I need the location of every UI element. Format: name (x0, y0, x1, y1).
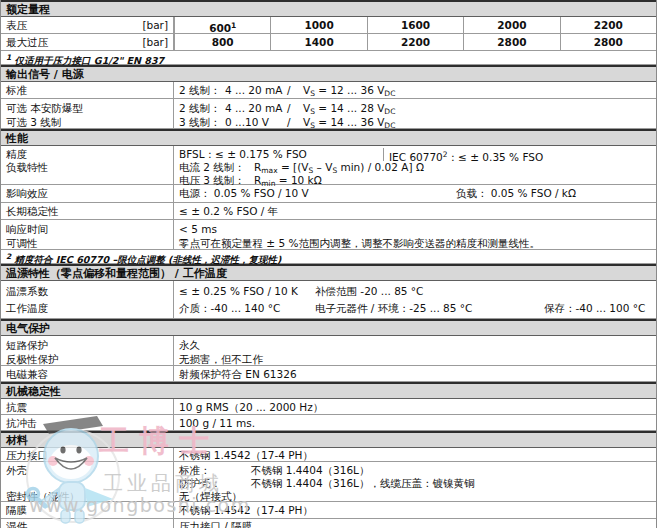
row-value-cell: 永久 无损害，但不工作 (174, 336, 656, 365)
row-label: 表压 (6, 19, 27, 32)
footnote-text: 精度符合 IEC 60770 –限位点调整 (非线性，迟滞性，复现性) (15, 254, 282, 265)
row-label-cell: 电磁兼容 (1, 366, 174, 381)
row-label-cell: 外壳 密封件（湿件） (1, 462, 174, 501)
row-label-cell: 压力接口 (1, 448, 174, 461)
footnote-text: 仅适用于压力接口 G1/2" EN 837 (15, 55, 165, 66)
row-label-cell: 最大过压 [bar] (1, 34, 174, 50)
row-value-cell: BFSL：≤ ± 0.175 % FSO IEC 607702：≤ ± 0.35… (174, 146, 656, 184)
unit-label: [bar] (142, 19, 168, 32)
row-label: 最大过压 (6, 36, 48, 49)
row-influence-effects: 影响效应 电源： 0.05 % FSO / 10 V负载： 0.05 % FSO… (1, 185, 656, 203)
row-label-cell: 湿件 (1, 519, 174, 528)
row-value-cell: 不锈钢 1.4542（17-4 PH） (174, 448, 656, 461)
row-diaphragm: 隔膜 不锈钢 1.4542（17-4 PH） (1, 502, 656, 519)
row-value-cell: < 5 ms 零点可在额定量程 ± 5 %范围内调整，调整不影响变送器的精度和测… (174, 220, 656, 249)
section-header-mechanical: 机械稳定性 (1, 382, 656, 399)
row-value-cell: 射频保护符合 EN 61326 (174, 366, 656, 381)
section-header-output-signal: 输出信号 / 电源 (1, 65, 656, 82)
value-cell: 1400 (270, 34, 366, 50)
row-label-cell: 抗震 (1, 399, 174, 414)
row-thermal-block: 温漂系数 工作温度 ≤ ± 0.25 % FSO / 10 K补偿范围 -20 … (1, 281, 656, 319)
unit-label: [bar] (142, 36, 168, 49)
load-current: 电流 2 线制：Rmax = [(VS – VS min) / 0.02 A] … (179, 161, 656, 174)
row-emc: 电磁兼容 射频保护符合 EN 61326 (1, 366, 656, 382)
row-label-cell: 抗冲击 (1, 415, 174, 430)
value-cell: 1600 (367, 17, 463, 33)
row-label-cell: 影响效应 (1, 185, 174, 202)
row-shock: 抗冲击 100 g / 11 ms. (1, 415, 656, 431)
footnote-marker: 2 (6, 252, 11, 261)
row-long-term-stability: 长期稳定性 ≤ ± 0.2 % FSO / 年 (1, 203, 656, 220)
value-cell: 2200 (560, 17, 656, 33)
row-max-overpressure: 最大过压 [bar] 800 1400 2200 2800 2800 (1, 34, 656, 51)
section-header-rated-range: 额定量程 (1, 0, 656, 17)
value-cell: 2000 (463, 17, 559, 33)
row-value-cell: 不锈钢 1.4542（17-4 PH） (174, 502, 656, 518)
row-value-cell: 10 g RMS（20 ... 2000 Hz） (174, 399, 656, 414)
value-cell: 2800 (463, 34, 559, 50)
row-label-cell: 短路保护 反极性保护 (1, 336, 174, 365)
section-header-performance: 性能 (1, 129, 656, 146)
footnote-marker: 1 (6, 53, 11, 62)
row-value-cell: 电源： 0.05 % FSO / 10 V负载： 0.05 % FSO / kΩ (174, 185, 656, 202)
row-pressure-port: 压力接口 不锈钢 1.4542（17-4 PH） (1, 448, 656, 462)
row-gauge-pressure: 表压 [bar] 6001 1000 1600 2000 2200 (1, 17, 656, 34)
row-value-cell: 标准：不锈钢 1.4404（316L） 防护壳：不锈钢 1.4404（316L）… (174, 462, 656, 501)
row-value-cell: 100 g / 11 ms. (174, 415, 656, 430)
spec-sheet: 额定量程 表压 [bar] 6001 1000 1600 2000 2200 最… (0, 0, 657, 528)
row-response-adjustability: 响应时间 可调性 < 5 ms 零点可在额定量程 ± 5 %范围内调整，调整不影… (1, 220, 656, 250)
value-cells: 800 1400 2200 2800 2800 (174, 34, 656, 50)
row-label-cell: 精度 负载特性 (1, 146, 174, 184)
value-cell: 800 (174, 34, 270, 50)
row-accuracy-load: 精度 负载特性 BFSL：≤ ± 0.175 % FSO IEC 607702：… (1, 146, 656, 185)
row-value-cell: 2 线制：4 ... 20 mA/VS = 12 ... 36 VDC (174, 82, 656, 98)
row-label-cell: 温漂系数 工作温度 (1, 281, 174, 318)
row-value-cell: ≤ ± 0.25 % FSO / 10 K补偿范围 -20 ... 85 °C … (174, 281, 656, 318)
row-standard-output: 标准 2 线制：4 ... 20 mA/VS = 12 ... 36 VDC (1, 82, 656, 99)
value-cells: 6001 1000 1600 2000 2200 (174, 17, 656, 33)
row-value-cell: 2 线制：4 ... 20 mA/VS = 14 ... 28 VDC 3 线制… (174, 99, 656, 128)
section-header-thermal: 温漂特性（零点偏移和量程范围） / 工作温度 (1, 264, 656, 281)
row-vibration: 抗震 10 g RMS（20 ... 2000 Hz） (1, 399, 656, 415)
row-optional-outputs: 可选 本安防爆型 可选 3 线制 2 线制：4 ... 20 mA/VS = 1… (1, 99, 656, 129)
value-cell: 2200 (367, 34, 463, 50)
footnote-marker: 1 (231, 21, 236, 30)
accuracy-bfsl: BFSL：≤ ± 0.175 % FSO (179, 148, 383, 161)
accuracy-iec: IEC 607702：≤ ± 0.35 % FSO (383, 148, 656, 161)
value-cell: 6001 (174, 17, 270, 33)
row-case-seal: 外壳 密封件（湿件） 标准：不锈钢 1.4404（316L） 防护壳：不锈钢 1… (1, 462, 656, 502)
value-cell: 1000 (270, 17, 366, 33)
footnote-2: 2 精度符合 IEC 60770 –限位点调整 (非线性，迟滞性，复现性) (1, 250, 656, 264)
row-label-cell: 响应时间 可调性 (1, 220, 174, 249)
footnote-1: 1 仅适用于压力接口 G1/2" EN 837 (1, 51, 656, 65)
row-label-cell: 标准 (1, 82, 174, 98)
row-label-cell: 隔膜 (1, 502, 174, 518)
row-short-reverse: 短路保护 反极性保护 永久 无损害，但不工作 (1, 336, 656, 366)
section-header-electrical-protection: 电气保护 (1, 319, 656, 336)
row-value-cell: ≤ ± 0.2 % FSO / 年 (174, 203, 656, 219)
section-header-materials: 材料 (1, 431, 656, 448)
row-label-cell: 可选 本安防爆型 可选 3 线制 (1, 99, 174, 128)
row-value-cell: 压力接口 / 隔膜 (174, 519, 656, 528)
value-cell: 2800 (560, 34, 656, 50)
row-wetted-parts: 湿件 压力接口 / 隔膜 (1, 519, 656, 528)
row-label-cell: 表压 [bar] (1, 17, 174, 33)
row-label-cell: 长期稳定性 (1, 203, 174, 219)
